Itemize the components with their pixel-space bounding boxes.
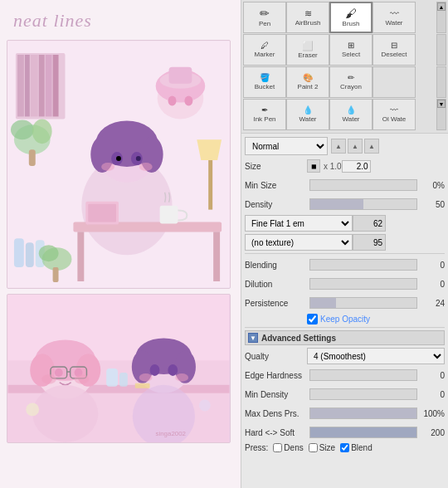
airbrush-tool[interactable]: ≋ AirBrush	[286, 2, 329, 33]
inkpen-tool[interactable]: ✒ Ink Pen	[243, 99, 286, 130]
settings-panel: Normal ▲ ▲ ▲ Size ◼ x 1.0 Min Size 0% De…	[241, 134, 448, 488]
inkpen-icon: ✒	[261, 106, 268, 115]
press-blend-item: Blend	[340, 443, 373, 452]
svg-point-65	[175, 373, 188, 382]
toolbar: ✏ Pen ≋ AirBrush 🖌 Brush 〰 Water ▲	[241, 0, 448, 134]
size-icon[interactable]: ◼	[307, 159, 320, 173]
max-dens-prs-row: Max Dens Prs. 100%	[245, 405, 445, 422]
max-dens-prs-value: 100%	[420, 409, 445, 418]
svg-rect-68	[119, 373, 128, 387]
svg-rect-3	[25, 55, 30, 116]
no-texture-row: (no texture) 95	[245, 234, 445, 251]
svg-rect-5	[39, 55, 45, 116]
svg-point-63	[168, 364, 178, 376]
scroll-up[interactable]: ▲	[437, 2, 446, 11]
svg-point-19	[116, 156, 121, 161]
oilwater-label: Ol Wate	[382, 115, 407, 123]
keep-opacity-label: Keep Opacity	[320, 315, 370, 324]
marker-tool[interactable]: 🖊 Marker	[243, 34, 286, 66]
press-label: Press:	[245, 443, 268, 452]
eraser-tool[interactable]: ⬜ Eraser	[286, 34, 329, 66]
keep-opacity-checkbox[interactable]	[307, 314, 318, 325]
hard-soft-bar	[309, 427, 417, 438]
density-row: Density 50	[245, 196, 445, 212]
svg-rect-42	[53, 267, 59, 282]
blend-arrow-2[interactable]: ▲	[348, 139, 363, 154]
deselect-icon: ⊟	[391, 41, 397, 50]
svg-point-9	[11, 120, 34, 139]
blend-arrow-3[interactable]: ▲	[364, 139, 379, 154]
edge-hardness-row: Edge Hardness 0	[245, 367, 445, 383]
size-value-input[interactable]	[342, 160, 371, 173]
press-blend-checkbox[interactable]	[340, 443, 349, 452]
blend-arrow-1[interactable]: ▲	[331, 139, 346, 154]
paint2-icon: 🎨	[303, 74, 313, 82]
svg-point-57	[32, 385, 98, 442]
press-dens-item: Dens	[273, 443, 303, 452]
svg-point-21	[101, 163, 114, 171]
oilwater-tool[interactable]: 〰 Ol Wate	[373, 99, 416, 130]
quality-select[interactable]: 4 (Smoothest)	[307, 348, 445, 364]
svg-point-62	[150, 364, 160, 376]
airbrush-label: AirBrush	[295, 19, 321, 27]
paint2-tool[interactable]: 🎨 Paint 2	[286, 66, 329, 98]
press-size-checkbox[interactable]	[309, 443, 318, 452]
water3-tool[interactable]: 💧 Water	[329, 99, 373, 130]
paint2-label: Paint 2	[298, 83, 319, 90]
bucket-tool[interactable]: 🪣 Bucket	[243, 66, 286, 98]
quality-label: Qualty	[245, 352, 307, 361]
svg-rect-7	[53, 55, 59, 116]
svg-rect-38	[26, 242, 34, 267]
svg-point-22	[139, 163, 153, 171]
svg-rect-6	[46, 55, 52, 116]
svg-point-53	[55, 368, 63, 377]
select-tool[interactable]: ⊞ Select	[329, 34, 373, 66]
min-density-label: Min Density	[245, 390, 307, 399]
inkpen-label: Ink Pen	[253, 115, 275, 123]
water2-tool[interactable]: 💧 Water	[286, 99, 329, 130]
svg-marker-29	[197, 139, 222, 160]
persistence-bar	[309, 297, 417, 309]
blending-label: Blending	[245, 261, 307, 270]
press-dens-label: Dens	[284, 443, 303, 452]
edge-hardness-bar	[309, 369, 417, 381]
svg-point-34	[184, 96, 192, 106]
brush-label: Brush	[343, 20, 360, 27]
no-texture-select[interactable]: (no texture)	[245, 234, 353, 251]
svg-rect-2	[17, 55, 24, 116]
advanced-header[interactable]: ▼ Advanced Settings	[245, 330, 445, 345]
persistence-fill	[310, 298, 336, 308]
edge-hardness-value: 0	[420, 371, 445, 380]
svg-point-69	[26, 403, 39, 417]
svg-rect-71	[135, 383, 150, 388]
dilution-row: Dilution 0	[245, 276, 445, 292]
svg-rect-36	[169, 67, 192, 84]
water-label: Water	[385, 19, 402, 27]
deselect-tool[interactable]: ⊟ Deselect	[373, 34, 416, 66]
blend-arrows: ▲ ▲ ▲	[331, 139, 379, 154]
water-icon: 〰	[390, 9, 399, 18]
fine-flat-row: Fine Flat 1 em 62	[245, 215, 445, 232]
pen-label: Pen	[259, 20, 270, 27]
crayon-tool[interactable]: ✏ Crayon	[329, 66, 373, 98]
size-row: Size ◼ x 1.0	[245, 158, 445, 174]
brush-tool[interactable]: 🖌 Brush	[329, 2, 373, 33]
svg-point-41	[39, 245, 59, 261]
persistence-row: Persistence 24	[245, 295, 445, 311]
press-dens-checkbox[interactable]	[273, 443, 282, 452]
blend-mode-select[interactable]: Normal	[245, 137, 328, 155]
marker-label: Marker	[255, 51, 275, 58]
water-tool[interactable]: 〰 Water	[373, 2, 416, 33]
eraser-label: Eraser	[298, 51, 318, 59]
density-value: 50	[420, 200, 445, 209]
artwork-top	[7, 40, 231, 289]
svg-point-10	[32, 119, 52, 144]
marker-icon: 🖊	[261, 41, 269, 50]
select-label: Select	[342, 51, 360, 58]
fine-flat-select[interactable]: Fine Flat 1 em	[245, 215, 353, 232]
pen-tool[interactable]: ✏ Pen	[243, 2, 286, 33]
blending-row: Blending 0	[245, 256, 445, 273]
svg-point-64	[139, 373, 153, 382]
svg-rect-67	[106, 368, 118, 387]
scroll-down[interactable]: ▼	[437, 100, 446, 108]
